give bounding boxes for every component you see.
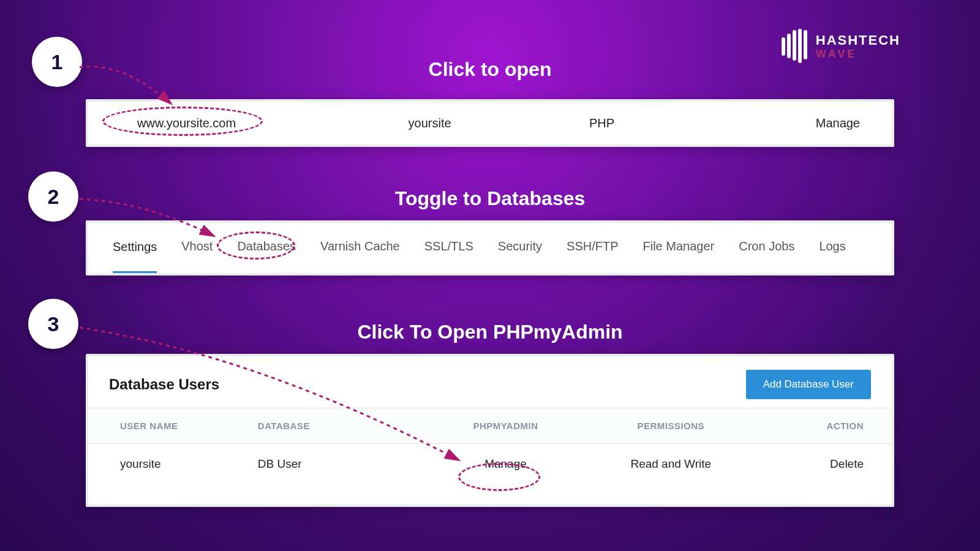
add-database-user-button[interactable]: Add Database User (746, 370, 871, 399)
logo-text-line1: HASHTECH (816, 34, 900, 47)
site-tech-label: PHP (516, 116, 688, 130)
th-database: DATABASE (258, 421, 423, 431)
td-phpmyadmin-manage-link[interactable]: Manage (423, 457, 589, 471)
site-domain-link[interactable]: www.yoursite.com (88, 116, 344, 130)
tab-logs[interactable]: Logs (819, 239, 845, 257)
th-permissions: PERMISSIONS (588, 421, 753, 431)
db-users-table-header: USER NAME DATABASE PHPMYADMIN PERMISSION… (88, 408, 892, 444)
db-user-row: yoursite DB User Manage Read and Write D… (88, 444, 892, 484)
tab-cron[interactable]: Cron Jobs (739, 239, 794, 257)
tab-ssh[interactable]: SSH/FTP (567, 239, 618, 257)
database-users-panel: Database Users Add Database User USER NA… (86, 354, 894, 507)
tab-varnish[interactable]: Varnish Cache (320, 239, 400, 257)
site-app-label: yoursite (344, 116, 516, 130)
tab-vhost[interactable]: Vhost (181, 239, 213, 257)
step-heading-1: Click to open (0, 58, 980, 81)
th-phpmyadmin: PHPMYADMIN (423, 421, 589, 431)
tabs-panel: Settings Vhost Databases Varnish Cache S… (86, 220, 894, 276)
db-users-title: Database Users (109, 376, 219, 393)
site-manage-link[interactable]: Manage (688, 116, 892, 130)
td-permissions: Read and Write (588, 457, 753, 471)
tab-security[interactable]: Security (498, 239, 542, 257)
tab-ssl[interactable]: SSL/TLS (424, 239, 473, 257)
td-delete-link[interactable]: Delete (753, 457, 871, 471)
th-action: ACTION (753, 421, 871, 431)
tab-settings[interactable]: Settings (113, 240, 157, 273)
tab-filemanager[interactable]: File Manager (643, 239, 715, 257)
td-database: DB User (258, 457, 423, 471)
th-username: USER NAME (109, 421, 258, 431)
td-username: yoursite (109, 457, 258, 471)
tab-databases[interactable]: Databases (237, 239, 296, 257)
step-heading-2: Toggle to Databases (0, 187, 980, 210)
site-row-panel: www.yoursite.com yoursite PHP Manage (86, 99, 894, 147)
step-heading-3: Click To Open PHPmyAdmin (0, 321, 980, 343)
